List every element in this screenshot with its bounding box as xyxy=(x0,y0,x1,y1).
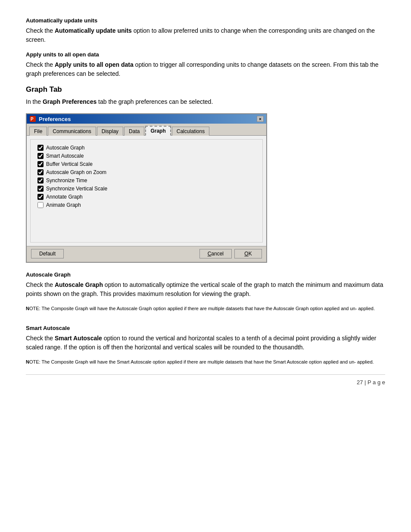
preferences-footer: Default Cancel OK xyxy=(27,246,266,262)
smart-autoscale-desc-body: Check the Smart Autoscale option to roun… xyxy=(26,334,385,352)
tab-calculations[interactable]: Calculations xyxy=(172,127,209,136)
preferences-title-text: Preferences xyxy=(39,116,71,122)
auto-update-section: Automatically update units Check the Aut… xyxy=(26,17,385,44)
checkbox-synchronize-time: Synchronize Time xyxy=(37,177,255,184)
buffer-vertical-scale-checkbox[interactable] xyxy=(37,161,44,167)
annotate-graph-label: Annotate Graph xyxy=(46,194,83,200)
graph-tab-intro: In the Graph Preferences tab the graph p… xyxy=(26,97,385,106)
svg-text:P: P xyxy=(31,117,34,121)
checkbox-annotate-graph: Annotate Graph xyxy=(37,194,255,200)
buffer-vertical-scale-label: Buffer Vertical Scale xyxy=(46,161,93,167)
smart-autoscale-label: Smart Autoscale xyxy=(46,153,84,159)
autoscale-graph-desc-heading: Autoscale Graph xyxy=(26,271,385,278)
tab-file[interactable]: File xyxy=(29,127,47,136)
graph-tab-title: Graph Tab xyxy=(26,85,385,94)
checkbox-smart-autoscale: Smart Autoscale xyxy=(37,153,255,159)
synchronize-time-checkbox[interactable] xyxy=(37,177,44,184)
synchronize-vertical-scale-checkbox[interactable] xyxy=(37,186,44,192)
checkbox-autoscale-graph: Autoscale Graph xyxy=(37,145,255,151)
tab-data[interactable]: Data xyxy=(124,127,144,136)
preferences-tabs: File Communications Display Data Graph C… xyxy=(27,124,266,136)
smart-autoscale-desc-heading: Smart Autoscale xyxy=(26,325,385,331)
ok-button[interactable]: OK xyxy=(234,249,262,258)
checkbox-buffer-vertical-scale: Buffer Vertical Scale xyxy=(37,161,255,167)
autoscale-graph-description: Autoscale Graph Check the Autoscale Grap… xyxy=(26,271,385,312)
auto-update-body: Check the Automatically update units opt… xyxy=(26,26,385,44)
synchronize-vertical-scale-label: Synchronize Vertical Scale xyxy=(46,186,107,192)
close-button[interactable]: × xyxy=(257,116,264,122)
tab-communications[interactable]: Communications xyxy=(48,127,96,136)
auto-update-heading: Automatically update units xyxy=(26,17,385,24)
autoscale-graph-note: NOTE: The Composite Graph will have the … xyxy=(26,305,385,312)
autoscale-graph-zoom-checkbox[interactable] xyxy=(37,169,44,175)
preferences-titlebar: P Preferences × xyxy=(27,114,266,124)
checkbox-autoscale-graph-zoom: Autoscale Graph on Zoom xyxy=(37,169,255,175)
synchronize-time-label: Synchronize Time xyxy=(46,177,87,184)
tab-graph[interactable]: Graph xyxy=(145,126,171,136)
smart-autoscale-note: NOTE: The Composite Graph will have the … xyxy=(26,359,385,365)
autoscale-graph-zoom-label: Autoscale Graph on Zoom xyxy=(46,169,106,175)
apply-units-body: Check the Apply units to all open data o… xyxy=(26,60,385,78)
bottom-divider xyxy=(26,374,385,375)
apply-units-section: Apply units to all open data Check the A… xyxy=(26,51,385,78)
smart-autoscale-checkbox[interactable] xyxy=(37,153,44,159)
autoscale-graph-checkbox[interactable] xyxy=(37,145,44,151)
cancel-button[interactable]: Cancel xyxy=(199,249,232,258)
preferences-title-icon: P xyxy=(29,115,36,122)
tab-display[interactable]: Display xyxy=(97,127,123,136)
autoscale-graph-desc-body: Check the Autoscale Graph option to auto… xyxy=(26,280,385,299)
checkbox-synchronize-vertical-scale: Synchronize Vertical Scale xyxy=(37,186,255,192)
checkbox-animate-graph: Animate Graph xyxy=(37,202,255,208)
animate-graph-label: Animate Graph xyxy=(46,202,81,208)
graph-tab-section: Graph Tab In the Graph Preferences tab t… xyxy=(26,85,385,106)
smart-autoscale-description: Smart Autoscale Check the Smart Autoscal… xyxy=(26,325,385,365)
preferences-dialog: P Preferences × File Communications Disp… xyxy=(26,113,267,263)
apply-units-heading: Apply units to all open data xyxy=(26,51,385,58)
default-button[interactable]: Default xyxy=(31,249,64,258)
preferences-content: Autoscale Graph Smart Autoscale Buffer V… xyxy=(30,139,263,243)
annotate-graph-checkbox[interactable] xyxy=(37,194,44,200)
animate-graph-checkbox[interactable] xyxy=(37,202,44,208)
page-number: 27 | P a g e xyxy=(26,379,385,386)
autoscale-graph-label: Autoscale Graph xyxy=(46,145,84,151)
